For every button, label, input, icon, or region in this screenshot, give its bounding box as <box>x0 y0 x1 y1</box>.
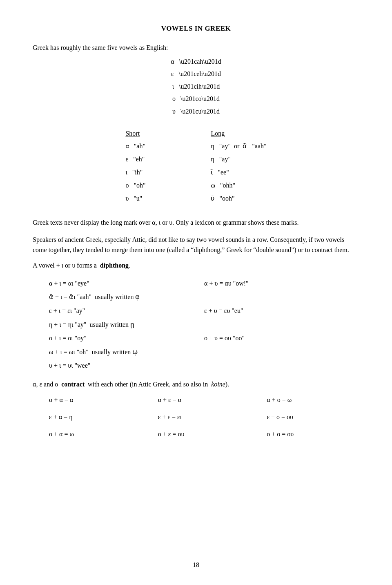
list-item: α + ι = αι "eye" <box>49 277 196 290</box>
list-item: ω + ι = ωι "oh" usually written ῳ <box>49 345 196 359</box>
short-header: Short <box>125 130 145 137</box>
diphthong-right-col: α + υ = αυ "ow!" ε + υ = ευ "eu" ο + υ =… <box>196 277 359 373</box>
list-item: ε + υ = ευ "eu" <box>204 304 359 318</box>
long-column: Long η "ay" or ᾱ "aah" η "ay" ῑ "ee" ω "… <box>211 130 266 205</box>
list-item: η "ay" <box>211 153 266 166</box>
list-item: α "ah" <box>125 140 145 153</box>
short-column: Short α "ah" ε "eh" ι "ih" ο "oh" υ "u" <box>125 130 145 205</box>
list-item: η + ι = ηι "ay" usually written ῃ <box>49 318 196 332</box>
intro-paragraph: Greek has roughly the same five vowels a… <box>33 44 359 51</box>
contract-cell: ε + α = η <box>33 413 142 421</box>
list-item <box>204 318 359 332</box>
list-item <box>204 290 359 304</box>
diphthong-bold-text: diphthong <box>100 262 129 269</box>
short-rows: α "ah" ε "eh" ι "ih" ο "oh" υ "u" <box>125 140 145 205</box>
list-item: ο + υ = ου "oo" <box>204 331 359 345</box>
list-item: α \u201cah\u201d <box>33 56 359 68</box>
list-item <box>204 345 359 359</box>
diphthong-intro-text: A vowel + ι or υ forms a <box>33 262 97 269</box>
contract-intro: α, ε and ο contract with each other (in … <box>33 381 359 388</box>
list-item: υ + ι = υι "wee" <box>49 359 196 373</box>
list-item <box>204 359 359 373</box>
list-item: ᾱ + ι = ᾱι "aah" usually written ᾳ <box>49 290 196 304</box>
list-item: ῡ "ooh" <box>211 192 266 205</box>
diphthong-period: . <box>129 262 130 269</box>
contract-post: with each other (in Attic Greek, and so … <box>88 381 208 388</box>
list-item: υ \u201cu\u201d <box>33 105 359 118</box>
contract-cell: α + ο = ω <box>250 396 359 404</box>
long-rows: η "ay" or ᾱ "aah" η "ay" ῑ "ee" ω "ohh" … <box>211 140 266 205</box>
list-item: υ "u" <box>125 192 145 205</box>
contract-cell: α + ε = α <box>142 396 251 404</box>
list-item: ο + ι = οι "oy" <box>49 331 196 345</box>
contract-bold: contract <box>61 381 85 388</box>
list-item: α + υ = αυ "ow!" <box>204 277 359 290</box>
contract-cell: ο + α = ω <box>33 431 142 438</box>
contract-cell: ε + ε = ει <box>142 413 251 421</box>
list-item: ε + ι = ει "ay" <box>49 304 196 318</box>
list-item: ι "ih" <box>125 166 145 179</box>
diphthong-title: A vowel + ι or υ forms a diphthong. <box>33 262 359 269</box>
contract-row-3: ο + α = ω ο + ε = ου ο + ο = ου <box>33 431 359 438</box>
paragraph-diphthong-intro: Speakers of ancient Greek, especially At… <box>33 234 359 255</box>
vowels-list: α \u201cah\u201d ε \u201ceh\u201d ι \u20… <box>33 56 359 118</box>
list-item: ε "eh" <box>125 153 145 166</box>
list-item: ε \u201ceh\u201d <box>33 68 359 80</box>
short-long-table: Short α "ah" ε "eh" ι "ih" ο "oh" υ "u" … <box>33 130 359 205</box>
contract-cell: α + α = α <box>33 396 142 404</box>
paragraph-long-mark: Greek texts never display the long mark … <box>33 217 359 228</box>
contract-row-1: α + α = α α + ε = α α + ο = ω <box>33 396 359 404</box>
contract-close: ). <box>225 381 229 388</box>
list-item: ι \u201cih\u201d <box>33 80 359 93</box>
list-item: ω "ohh" <box>211 179 266 192</box>
page: VOWELS IN GREEK Greek has roughly the sa… <box>0 0 392 585</box>
long-header: Long <box>211 130 266 137</box>
diphthong-section: A vowel + ι or υ forms a diphthong. α + … <box>33 262 359 373</box>
contract-italic: koine <box>211 381 225 388</box>
contract-pre: α, ε and ο <box>33 381 58 388</box>
list-item: ο \u201co\u201d <box>33 93 359 105</box>
page-number: 18 <box>193 561 199 569</box>
list-item: ο "oh" <box>125 179 145 192</box>
diphthong-left-col: α + ι = αι "eye" ᾱ + ι = ᾱι "aah" usuall… <box>33 277 196 373</box>
contract-row-2: ε + α = η ε + ε = ει ε + ο = ου <box>33 413 359 421</box>
page-title: VOWELS IN GREEK <box>33 25 359 33</box>
contract-cell: ο + ε = ου <box>142 431 251 438</box>
list-item: η "ay" or ᾱ "aah" <box>211 140 266 153</box>
list-item: ῑ "ee" <box>211 166 266 179</box>
diphthong-grid: α + ι = αι "eye" ᾱ + ι = ᾱι "aah" usuall… <box>33 277 359 373</box>
contract-cell: ε + ο = ου <box>250 413 359 421</box>
contract-grid: α + α = α α + ε = α α + ο = ω ε + α = η … <box>33 396 359 438</box>
contract-cell: ο + ο = ου <box>250 431 359 438</box>
